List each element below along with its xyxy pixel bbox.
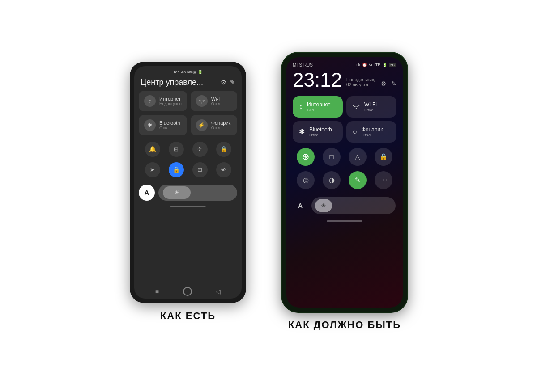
new-keyboard-label: A bbox=[294, 202, 307, 209]
carrier-text: MTS RUS bbox=[293, 63, 313, 67]
new-status-bar: MTS RUS ıllı ⏰ VoLTE 🔋 5G bbox=[293, 63, 396, 67]
new-icon-1[interactable] bbox=[297, 148, 315, 166]
flashlight-icon: ⚡ bbox=[196, 119, 208, 131]
5g-icon: 5G bbox=[389, 63, 396, 67]
old-tile-bluetooth[interactable]: ✱ Bluetooth Откл bbox=[139, 115, 187, 135]
bell-icon[interactable]: 🔔 bbox=[145, 142, 160, 157]
new-flashlight-status: Откл bbox=[362, 133, 383, 137]
phone-new-wrapper: MTS RUS ıllı ⏰ VoLTE 🔋 5G 23:12 Понедель… bbox=[282, 53, 407, 331]
eye-icon[interactable]: 👁 bbox=[216, 162, 231, 177]
new-tile-internet[interactable]: ↕ Интернет Вкл bbox=[293, 96, 343, 118]
new-wifi-icon bbox=[353, 103, 360, 111]
settings-new-icon[interactable]: ⚙ bbox=[381, 80, 387, 87]
internet-name: Интернет bbox=[159, 96, 182, 101]
new-internet-icon: ↕ bbox=[299, 103, 303, 111]
old-battery-icons: ▣ 🔋 bbox=[193, 70, 203, 74]
old-status-text: Только экс bbox=[173, 70, 193, 74]
phone-old-screen: Только экс ▣ 🔋 Центр управле... ⚙ ✎ ↕ bbox=[134, 66, 242, 299]
scan-icon[interactable]: ⊡ bbox=[192, 162, 208, 177]
home-nav-icon[interactable] bbox=[183, 287, 192, 296]
new-icon-row-2: ◎ ◑ ✎ ʜʜ bbox=[293, 169, 396, 191]
old-icon-row-1: 🔔 ⊞ ✈ 🔒 bbox=[134, 139, 242, 160]
new-icon-4[interactable]: 🔒 bbox=[375, 148, 392, 166]
old-title-icons: ⚙ ✎ bbox=[221, 79, 235, 86]
old-tile-wifi[interactable]: Wi-Fi Откл bbox=[191, 91, 237, 111]
new-internet-name: Интернет bbox=[307, 101, 330, 108]
brightness-fill: ☀ bbox=[163, 186, 191, 199]
back-nav-icon[interactable]: ◁ bbox=[216, 288, 221, 295]
new-label: КАК ДОЛЖНО БЫТЬ bbox=[288, 319, 401, 331]
phones-container: Только экс ▣ 🔋 Центр управле... ⚙ ✎ ↕ bbox=[130, 53, 407, 331]
lock-icon[interactable]: 🔒 bbox=[216, 142, 231, 157]
old-nav-bar: ■ ◁ bbox=[134, 282, 242, 299]
new-flashlight-name: Фонарик bbox=[362, 126, 383, 133]
old-title: Центр управле... bbox=[141, 78, 203, 87]
new-tiles-grid: ↕ Интернет Вкл bbox=[293, 96, 396, 143]
alarm-icon: ⏰ bbox=[362, 63, 367, 67]
new-bluetooth-icon: ✱ bbox=[299, 127, 305, 136]
time-action-icons: ⚙ ✎ bbox=[381, 80, 396, 90]
keyboard-label: А bbox=[145, 189, 149, 196]
brightness-icon: ☀ bbox=[174, 189, 179, 196]
old-status-bar: Только экс ▣ 🔋 bbox=[134, 66, 242, 76]
bluetooth-icon: ✱ bbox=[144, 119, 156, 131]
new-flashlight-icon: ○ bbox=[353, 128, 357, 136]
new-wifi-status: Откл bbox=[364, 108, 377, 112]
old-label: КАК ЕСТЬ bbox=[160, 310, 216, 322]
new-icon-6[interactable]: ◑ bbox=[323, 171, 341, 189]
new-internet-status: Вкл bbox=[307, 108, 330, 112]
new-icon-8[interactable]: ʜʜ bbox=[375, 171, 392, 189]
new-icon-2[interactable]: □ bbox=[323, 148, 341, 166]
bluetooth-status: Откл bbox=[159, 126, 180, 130]
brightness-slider[interactable]: ☀ bbox=[158, 185, 237, 201]
wifi-status: Откл bbox=[211, 101, 223, 106]
new-bluetooth-status: Откл bbox=[309, 133, 332, 137]
flashlight-name: Фонарик bbox=[211, 120, 231, 126]
phone-new: MTS RUS ıllı ⏰ VoLTE 🔋 5G 23:12 Понедель… bbox=[282, 53, 407, 312]
screenshot-icon[interactable]: ⊞ bbox=[169, 142, 184, 157]
edit-new-icon[interactable]: ✎ bbox=[391, 80, 396, 87]
new-bluetooth-name: Bluetooth bbox=[309, 126, 332, 133]
keyboard-button[interactable]: А bbox=[139, 185, 155, 201]
status-icons: ıllı ⏰ VoLTE 🔋 5G bbox=[356, 63, 396, 67]
bluetooth-name: Bluetooth bbox=[159, 120, 180, 126]
settings-icon[interactable]: ⚙ bbox=[221, 79, 226, 86]
location-icon[interactable]: ➤ bbox=[145, 162, 160, 177]
airplane-icon[interactable]: ✈ bbox=[192, 142, 208, 157]
phone-old-wrapper: Только экс ▣ 🔋 Центр управле... ⚙ ✎ ↕ bbox=[130, 62, 246, 322]
old-icon-row-2: ➤ 🔒 ⊡ 👁 bbox=[134, 160, 242, 180]
new-icon-7[interactable]: ✎ bbox=[349, 171, 367, 189]
new-nav-line bbox=[327, 220, 362, 222]
new-icon-row-1: □ △ 🔒 bbox=[293, 146, 396, 168]
new-icon-3[interactable]: △ bbox=[349, 148, 367, 166]
phone-new-screen: MTS RUS ıllı ⏰ VoLTE 🔋 5G 23:12 Понедель… bbox=[286, 57, 403, 308]
internet-icon: ↕ bbox=[144, 95, 156, 107]
old-title-row: Центр управле... ⚙ ✎ bbox=[134, 76, 242, 91]
new-wifi-name: Wi-Fi bbox=[364, 101, 377, 108]
new-tile-bluetooth[interactable]: ✱ Bluetooth Откл bbox=[293, 121, 343, 143]
phone-old: Только экс ▣ 🔋 Центр управле... ⚙ ✎ ↕ bbox=[130, 62, 246, 303]
wifi-icon bbox=[196, 95, 208, 107]
old-tile-flashlight[interactable]: ⚡ Фонарик Откл bbox=[191, 115, 237, 135]
old-tile-internet[interactable]: ↕ Интернет Недоступно bbox=[139, 91, 187, 111]
big-time: 23:12 bbox=[293, 70, 342, 90]
rotate-lock-icon[interactable]: 🔒 bbox=[169, 162, 184, 177]
date-text: Понедельник, 02 августа bbox=[346, 77, 381, 90]
flashlight-status: Откл bbox=[211, 126, 231, 130]
new-bottom-controls: A ☀ bbox=[293, 194, 396, 217]
wifi-name: Wi-Fi bbox=[211, 96, 223, 101]
new-tile-wifi[interactable]: Wi-Fi Откл bbox=[346, 96, 396, 118]
new-brightness-slider[interactable]: ☀ bbox=[311, 197, 396, 214]
old-nav-line bbox=[170, 206, 206, 207]
square-nav-icon[interactable]: ■ bbox=[155, 288, 159, 295]
new-brightness-icon: ☀ bbox=[321, 202, 326, 209]
internet-status: Недоступно bbox=[159, 101, 182, 106]
battery-new-icon: 🔋 bbox=[382, 63, 387, 67]
new-icon-5[interactable]: ◎ bbox=[297, 171, 315, 189]
new-time-row: 23:12 Понедельник, 02 августа ⚙ ✎ bbox=[293, 70, 396, 90]
new-tile-flashlight[interactable]: ○ Фонарик Откл bbox=[346, 121, 396, 143]
edit-icon[interactable]: ✎ bbox=[230, 79, 235, 86]
old-bottom-controls: А ☀ bbox=[134, 181, 242, 204]
old-tiles-grid: ↕ Интернет Недоступно bbox=[134, 91, 242, 135]
volte-icon: VoLTE bbox=[369, 63, 380, 67]
